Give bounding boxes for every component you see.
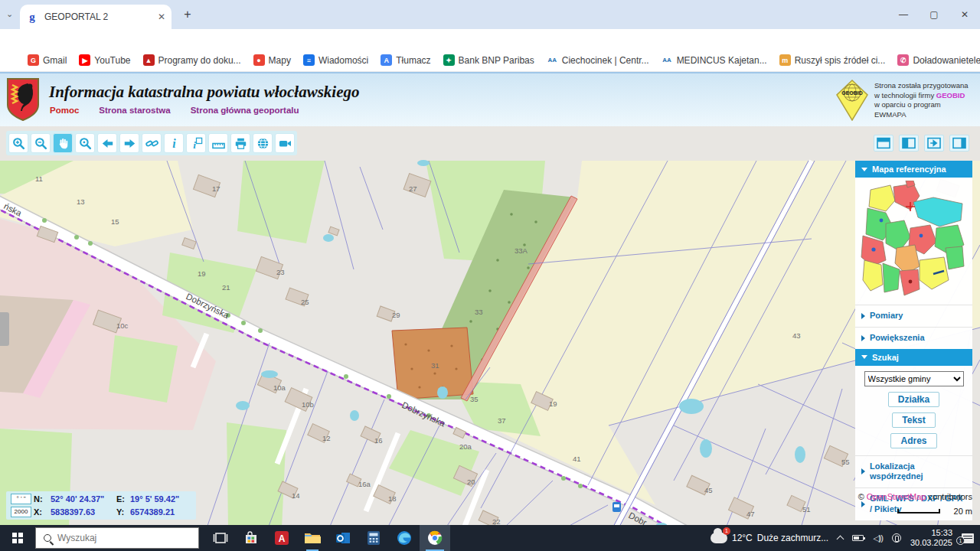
parcel-label: 31: [431, 361, 439, 370]
bookmark-label: Programy do doku...: [158, 55, 241, 66]
parcel-label: 43: [792, 331, 801, 340]
panel-expand-button[interactable]: [924, 135, 944, 152]
section-szukaj[interactable]: Szukaj: [855, 349, 972, 366]
zoom-out-button[interactable]: [31, 133, 51, 153]
taskbar-acrobat-icon[interactable]: A: [266, 525, 297, 551]
section-mapa-referencyjna[interactable]: Mapa referencyjna: [855, 161, 972, 178]
menu-link-starostwo[interactable]: Strona starostwa: [99, 106, 170, 115]
tab-search-chevron-icon[interactable]: ⌄: [6, 9, 13, 19]
bookmark-label: Tłumacz: [396, 55, 430, 66]
map-viewport[interactable]: 1113151719212325272910c33A33313537194143…: [0, 126, 980, 525]
browser-tab[interactable]: g GEOPORTAL 2 ✕: [20, 5, 172, 29]
print-button[interactable]: [230, 133, 250, 153]
pan-hand-button[interactable]: [53, 133, 73, 153]
taskbar-search[interactable]: [35, 527, 199, 549]
start-button[interactable]: [0, 525, 35, 551]
dms-toggle-button[interactable]: ° ' ": [11, 494, 31, 504]
measure-button[interactable]: [208, 133, 228, 153]
bookmark-item[interactable]: ▶YouTube: [79, 54, 130, 66]
minimize-button[interactable]: —: [888, 0, 919, 29]
geobid-logo: GEOBID: [836, 80, 868, 121]
communes-overview-map[interactable]: [860, 181, 967, 302]
cadastral-map[interactable]: 1113151719212325272910c33A33313537194143…: [0, 126, 980, 525]
adres-button[interactable]: Adres: [890, 433, 936, 448]
parcel-label: 33A: [514, 246, 528, 255]
parcel-label: 11: [35, 174, 43, 183]
geobid-link[interactable]: GEOBID: [936, 91, 965, 99]
section-pomiary[interactable]: Pomiary: [855, 305, 972, 327]
map-attribution: © OpenStreetMap contributors: [858, 492, 972, 501]
taskbar-edge-icon[interactable]: [389, 525, 420, 551]
bookmark-item[interactable]: mRuszył spis źródeł ci...: [779, 54, 886, 66]
maximize-button[interactable]: ▢: [919, 0, 949, 29]
parcel-label: 20: [467, 478, 475, 486]
menu-link-pomoc[interactable]: Pomoc: [50, 106, 79, 115]
page-header: Informacja katastralna powiatu włocławsk…: [0, 72, 980, 126]
menu-link-geoportal[interactable]: Strona główna geoportalu: [191, 106, 299, 115]
bookmark-item[interactable]: GGmail: [28, 54, 67, 66]
taskbar-chrome-icon[interactable]: [420, 525, 450, 551]
section-lokalizacja[interactable]: Lokalizacja współrzędnej: [855, 455, 972, 488]
battery-icon[interactable]: [852, 535, 864, 541]
taskbar-task-view-icon[interactable]: [205, 525, 236, 551]
clock[interactable]: 15:33 30.03.2025: [910, 528, 952, 548]
next-view-button[interactable]: [119, 133, 139, 153]
parcel-label: 35: [470, 395, 479, 403]
phone-icon: ✆: [897, 54, 909, 66]
gmina-select[interactable]: Wszystkie gminy: [864, 371, 964, 386]
bookmark-item[interactable]: ●Mapy: [253, 54, 291, 66]
volume-icon[interactable]: ◁)): [873, 533, 883, 543]
new-tab-button[interactable]: +: [179, 6, 196, 23]
scale-button[interactable]: 2000: [11, 507, 31, 517]
left-panel-handle[interactable]: [0, 312, 9, 346]
zoom-selection-button[interactable]: [75, 133, 95, 153]
bookmark-item[interactable]: ✦Bank BNP Paribas: [443, 54, 534, 66]
tab-close-icon[interactable]: ✕: [158, 11, 165, 22]
search-input[interactable]: [57, 533, 172, 543]
taskbar-store-icon[interactable]: [236, 525, 266, 551]
bookmark-item[interactable]: ▲Programy do doku...: [143, 54, 241, 66]
panel-left-button[interactable]: [899, 135, 919, 152]
parcel-label: 16a: [358, 480, 371, 488]
panel-top-button[interactable]: [874, 135, 893, 152]
section-powiekszenia[interactable]: Powiększenia: [855, 327, 972, 349]
address-bar: ← → ⟳ wloclawek.geoportal2.pl/map/www/ma…: [0, 29, 980, 49]
select-info-icon: i: [189, 136, 204, 151]
bookmark-label: Mapy: [269, 55, 291, 66]
tray-expand-icon[interactable]: [837, 536, 844, 543]
taskbar-explorer-icon[interactable]: [297, 525, 328, 551]
notifications-icon[interactable]: 1: [962, 533, 974, 543]
taskbar-calculator-icon[interactable]: [358, 525, 389, 551]
parcel-label: 17: [212, 184, 220, 193]
camera-button[interactable]: [275, 133, 295, 153]
previous-view-button[interactable]: [97, 133, 117, 153]
e-label: E:: [116, 494, 130, 504]
info-button[interactable]: i: [164, 133, 184, 153]
bookmark-item[interactable]: ✆Doładowanietelefonu: [897, 54, 980, 66]
globe-button[interactable]: [253, 133, 273, 153]
parcel-label: 27: [409, 184, 417, 193]
phone-link-icon[interactable]: [892, 533, 901, 543]
tekst-button[interactable]: Tekst: [892, 412, 935, 428]
taskbar-outlook-icon[interactable]: [328, 525, 358, 551]
parcel-label: 29: [392, 311, 400, 319]
bookmark-item[interactable]: ATłumacz: [381, 54, 430, 66]
bookmark-label: Bank BNP Paribas: [459, 55, 534, 66]
select-info-button[interactable]: i: [186, 133, 206, 153]
parcel-label: 22: [492, 517, 501, 525]
link-button[interactable]: [142, 133, 162, 153]
zoom-in-button[interactable]: [8, 133, 28, 153]
bookmark-item[interactable]: AAMEDINCUS Kajetan...: [662, 54, 767, 66]
weather-text: Duże zachmurz...: [757, 533, 828, 543]
bookmark-item[interactable]: AACiechocinek | Centr...: [547, 54, 649, 66]
expand-icon: [861, 501, 865, 507]
collapse-icon: [861, 168, 867, 171]
panel-right-button[interactable]: [949, 135, 969, 152]
osm-link[interactable]: OpenStreetMap: [867, 492, 926, 501]
close-button[interactable]: ✕: [949, 0, 980, 29]
expand-icon: [861, 335, 865, 341]
dzialka-button[interactable]: Działka: [888, 392, 939, 407]
reference-map[interactable]: [855, 178, 972, 305]
weather-widget[interactable]: 1 12°C Duże zachmurz...: [710, 533, 828, 543]
bookmark-item[interactable]: ≡Wiadomości: [303, 54, 368, 66]
